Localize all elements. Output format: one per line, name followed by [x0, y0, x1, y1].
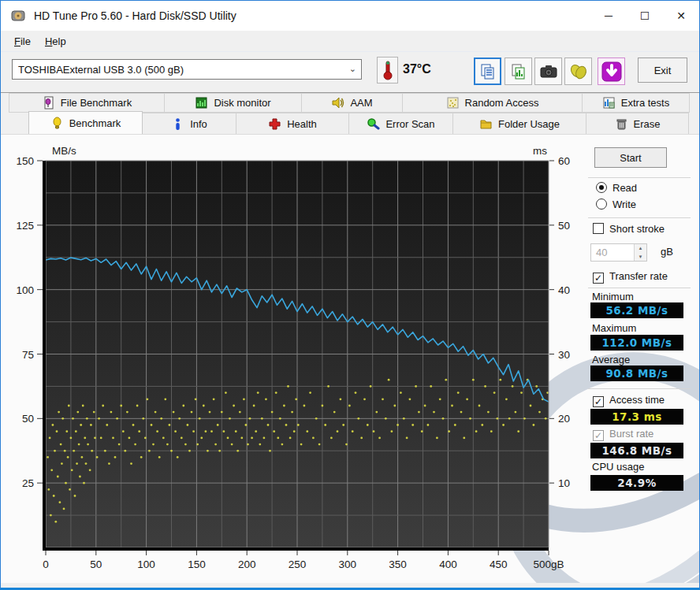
random-access-icon	[446, 96, 460, 109]
benchmark-bulb-icon	[50, 117, 64, 130]
extra-tests-icon	[602, 96, 616, 109]
close-button[interactable]: ✕	[663, 1, 699, 31]
svg-text:350: 350	[389, 558, 407, 570]
capacity-stepper[interactable]: 40 ▲▼	[590, 243, 647, 262]
svg-text:30: 30	[558, 349, 570, 361]
erase-trash-icon	[615, 117, 628, 131]
screenshot-button[interactable]	[534, 58, 562, 85]
svg-text:150: 150	[188, 558, 206, 570]
svg-text:500gB: 500gB	[533, 558, 564, 570]
tab-extra-tests[interactable]: Extra tests	[582, 93, 690, 113]
checkbox-checked-icon: ✓	[593, 396, 604, 407]
camera-icon	[539, 64, 558, 80]
cpu-usage-value: 24.9%	[590, 475, 683, 491]
checkbox-checked-disabled-icon: ✓	[593, 430, 604, 441]
minimize-button[interactable]: ─	[590, 1, 627, 31]
error-scan-magnifier-icon	[367, 117, 380, 131]
copy-results-icon	[479, 63, 497, 80]
svg-text:250: 250	[289, 558, 307, 570]
svg-text:50: 50	[22, 413, 34, 425]
menu-help[interactable]: Help	[38, 32, 73, 50]
tab-benchmark[interactable]: Benchmark	[28, 111, 143, 134]
svg-text:100: 100	[16, 284, 34, 296]
divider	[588, 217, 691, 218]
chevron-down-icon: ⌄	[349, 64, 356, 74]
burst-rate-checkbox[interactable]: ✓Burst rate	[593, 428, 653, 441]
menu-file[interactable]: File	[7, 32, 38, 50]
benchmark-page: 1501251007550256050403020100501001502002…	[1, 134, 699, 583]
capacity-value: 40	[591, 247, 634, 258]
arrow-up-icon: ▲	[635, 244, 646, 253]
info-icon	[171, 117, 184, 131]
drive-select-value: TOSHIBAExternal USB 3.0 (500 gB)	[18, 64, 184, 76]
tab-folder-usage[interactable]: Folder Usage	[452, 113, 586, 134]
temperature-value: 37°C	[403, 62, 431, 76]
svg-text:60: 60	[558, 155, 570, 167]
average-label: Average	[592, 354, 630, 366]
aam-speaker-icon	[331, 96, 344, 109]
svg-text:400: 400	[439, 558, 457, 570]
tab-aam[interactable]: AAM	[301, 93, 403, 113]
start-button[interactable]: Start	[594, 147, 667, 168]
temperature-button[interactable]	[377, 57, 398, 83]
short-stroke-checkbox[interactable]: Short stroke	[593, 223, 665, 235]
benchmark-side-panel: Start Read Write Short stroke 40 ▲▼ gB ✓…	[588, 135, 693, 583]
svg-text:450: 450	[490, 558, 508, 570]
svg-text:300: 300	[339, 558, 357, 570]
svg-text:100: 100	[137, 558, 155, 570]
average-value: 90.8 MB/s	[590, 366, 683, 381]
tab-file-benchmark[interactable]: File Benchmark	[9, 93, 165, 113]
app-window: HD Tune Pro 5.60 - Hard Disk/SSD Utility…	[0, 0, 700, 590]
svg-text:40: 40	[558, 284, 570, 296]
gloves-icon	[569, 63, 588, 80]
drive-select-dropdown[interactable]: TOSHIBAExternal USB 3.0 (500 gB) ⌄	[12, 59, 362, 80]
checkbox-checked-icon: ✓	[593, 273, 604, 284]
maximum-label: Maximum	[592, 322, 636, 334]
menu-bar: File Help	[1, 31, 699, 52]
burst-rate-value: 146.8 MB/s	[590, 443, 683, 458]
svg-text:50: 50	[90, 558, 102, 570]
read-radio[interactable]: Read	[596, 182, 637, 194]
exit-button[interactable]: Exit	[638, 58, 687, 83]
write-radio[interactable]: Write	[596, 199, 636, 210]
tab-disk-monitor[interactable]: Disk monitor	[164, 93, 302, 113]
stepper-arrows[interactable]: ▲▼	[634, 244, 646, 261]
svg-text:125: 125	[16, 220, 34, 232]
tab-info[interactable]: Info	[142, 113, 236, 134]
maximum-value: 112.0 MB/s	[590, 335, 683, 351]
tab-random-access[interactable]: Random Access	[402, 93, 583, 113]
svg-text:75: 75	[22, 349, 34, 361]
transfer-rate-checkbox[interactable]: ✓Transfer rate	[593, 270, 668, 284]
capacity-unit: gB	[661, 246, 673, 258]
tab-error-scan[interactable]: Error Scan	[348, 113, 453, 134]
svg-text:ms: ms	[533, 145, 547, 157]
file-benchmark-icon	[42, 96, 55, 109]
gloves-button[interactable]	[564, 58, 592, 85]
copy-compare-icon	[510, 63, 527, 80]
svg-text:10: 10	[558, 477, 570, 489]
health-cross-icon	[268, 117, 281, 131]
svg-text:20: 20	[558, 413, 570, 425]
minimum-label: Minimum	[592, 291, 634, 302]
svg-text:200: 200	[238, 558, 256, 570]
title-bar[interactable]: HD Tune Pro 5.60 - Hard Disk/SSD Utility…	[1, 1, 699, 31]
divider	[588, 388, 691, 389]
thermometer-icon	[383, 60, 393, 80]
window-title: HD Tune Pro 5.60 - Hard Disk/SSD Utility	[34, 9, 236, 22]
access-time-checkbox[interactable]: ✓Access time	[593, 394, 665, 407]
cpu-usage-label: CPU usage	[592, 461, 644, 473]
divider	[588, 177, 691, 178]
radio-icon	[596, 199, 607, 210]
access-time-value: 17.3 ms	[590, 409, 683, 425]
svg-text:0: 0	[43, 558, 49, 570]
save-download-button[interactable]	[598, 58, 625, 85]
minimum-value: 56.2 MB/s	[590, 302, 683, 318]
copy-compare-button[interactable]	[505, 58, 532, 85]
benchmark-chart: 1501251007550256050403020100501001502002…	[7, 139, 584, 581]
tab-health[interactable]: Health	[236, 113, 349, 134]
maximize-button[interactable]: ☐	[627, 1, 663, 31]
copy-results-button[interactable]	[474, 58, 501, 85]
checkbox-empty-icon	[593, 223, 604, 234]
svg-text:50: 50	[558, 220, 570, 232]
tab-erase[interactable]: Erase	[586, 113, 689, 134]
